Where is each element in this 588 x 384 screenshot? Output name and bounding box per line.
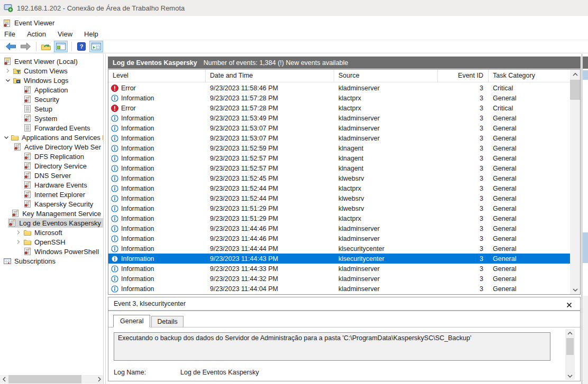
event-row[interactable]: Information9/23/2023 11:44:46 PMkladmins… (108, 233, 570, 243)
tab-general[interactable]: General (113, 315, 150, 327)
sidebar-item-subscriptions[interactable]: Subscriptions (0, 256, 103, 266)
help-icon[interactable]: ? (75, 41, 88, 52)
menu-help[interactable]: Help (78, 30, 104, 39)
tree-node[interactable]: Applications and Services Lo (11, 133, 104, 142)
sidebar-item-internet-explorer[interactable]: Internet Explorer (0, 190, 103, 199)
sidebar-item-applications-and-services-lo[interactable]: Applications and Services Lo (0, 133, 103, 142)
event-row[interactable]: Information9/23/2023 11:44:46 PMkladmins… (108, 223, 570, 233)
tree-node[interactable]: System (23, 114, 59, 123)
column-header-event-id[interactable]: Event ID (438, 70, 489, 82)
event-row[interactable]: Information9/23/2023 11:52:45 PMklwebsrv… (108, 173, 570, 183)
chevron-right-icon[interactable] (3, 67, 13, 75)
event-row[interactable]: Information9/23/2023 11:52:57 PMklnagent… (108, 153, 570, 163)
event-row[interactable]: Information9/23/2023 11:52:44 PMklwebsrv… (108, 193, 570, 203)
chevron-right-icon[interactable] (14, 228, 23, 237)
chevron-down-icon[interactable] (2, 133, 11, 142)
column-header-task-category[interactable]: Task Category (489, 70, 570, 82)
event-row[interactable]: Information9/23/2023 11:53:49 PMkladmins… (108, 113, 570, 123)
scroll-down-icon[interactable] (570, 285, 580, 294)
column-header-level[interactable]: Level (108, 70, 206, 82)
event-row[interactable]: Error9/23/2023 11:57:28 PMklactprx3Criti… (108, 103, 570, 113)
tree-node[interactable]: Hardware Events (23, 180, 89, 190)
tree-node[interactable]: Event Viewer (Local) (3, 57, 80, 66)
event-row[interactable]: Information9/23/2023 11:52:44 PMklactprx… (108, 183, 570, 193)
tree-node[interactable]: DNS Server (23, 171, 73, 180)
tree-node[interactable]: DFS Replication (23, 152, 86, 161)
sidebar-item-dfs-replication[interactable]: DFS Replication (0, 152, 103, 161)
sidebar-item-windows-powershell[interactable]: Windows PowerShell (0, 247, 103, 256)
sidebar-item-system[interactable]: System (0, 114, 103, 123)
sidebar-item-event-viewer-local[interactable]: Event Viewer (Local) (0, 57, 103, 66)
menu-action[interactable]: Action (21, 30, 52, 39)
column-header-source[interactable]: Source (334, 70, 438, 82)
event-row[interactable]: Information9/23/2023 11:53:07 PMkladmins… (108, 123, 570, 133)
event-list-vertical-scrollbar[interactable] (570, 70, 580, 294)
sidebar-item-log-de-eventos-kaspersky[interactable]: Log de Eventos Kaspersky (0, 218, 103, 228)
scroll-right-icon[interactable] (95, 375, 103, 383)
tree-node[interactable]: Internet Explorer (23, 190, 87, 199)
chevron-right-icon[interactable] (14, 238, 23, 246)
event-row[interactable]: Information9/23/2023 11:53:07 PMkladmins… (108, 133, 570, 143)
sidebar-item-application[interactable]: Application (0, 85, 103, 95)
menu-view[interactable]: View (52, 30, 78, 39)
event-message-box[interactable]: Executando o backup dos dados do Servido… (114, 332, 550, 361)
event-row[interactable]: Information9/23/2023 11:44:33 PMkladmins… (108, 264, 570, 274)
detail-vertical-scrollbar[interactable] (565, 329, 575, 380)
sidebar-item-custom-views[interactable]: Custom Views (0, 66, 103, 76)
column-header-date-time[interactable]: Date and Time (206, 70, 334, 82)
scroll-up-icon[interactable] (565, 329, 575, 337)
tree-node[interactable]: Subscriptions (3, 256, 58, 266)
sidebar-item-openssh[interactable]: OpenSSH (0, 237, 103, 247)
tree-node[interactable]: Directory Service (23, 161, 89, 171)
event-row[interactable]: Information9/23/2023 11:44:04 PMkladmins… (108, 284, 570, 294)
forward-icon[interactable] (19, 41, 32, 52)
detail-scrollbar-thumb[interactable] (566, 338, 574, 355)
event-row[interactable]: Information9/23/2023 11:57:28 PMklactprx… (108, 93, 570, 103)
scroll-down-icon[interactable] (565, 372, 575, 380)
event-row[interactable]: Error9/23/2023 11:58:46 PMkladminserver3… (108, 83, 570, 93)
tree-node[interactable]: Setup (23, 104, 54, 114)
tree-node[interactable]: Application (23, 85, 70, 95)
menu-file[interactable]: File (0, 30, 21, 39)
event-row[interactable]: Information9/23/2023 11:44:44 PMklsecuri… (108, 243, 570, 254)
event-row[interactable]: Information9/23/2023 11:51:29 PMklwebsrv… (108, 203, 570, 213)
tree-node[interactable]: Log de Eventos Kaspersky (8, 218, 103, 228)
event-row[interactable]: Information9/23/2023 11:52:57 PMklnagent… (108, 163, 570, 173)
sidebar-item-dns-server[interactable]: DNS Server (0, 171, 103, 180)
action-pane-toggle-icon[interactable] (89, 41, 103, 52)
event-list-scrollbar-thumb[interactable] (570, 80, 580, 100)
sidebar-item-security[interactable]: Security (0, 95, 103, 104)
event-row[interactable]: Information9/23/2023 11:44:43 PMklsecuri… (108, 254, 570, 264)
sidebar-item-directory-service[interactable]: Directory Service (0, 161, 103, 171)
sidebar-item-forwarded-events[interactable]: Forwarded Events (0, 123, 103, 133)
tree-node[interactable]: Windows PowerShell (23, 247, 101, 256)
back-icon[interactable] (4, 41, 17, 52)
tree-horizontal-scrollbar[interactable] (0, 375, 103, 383)
pane-splitter[interactable] (105, 54, 106, 384)
sidebar-item-kaspersky-security[interactable]: Kaspersky Security (0, 199, 103, 209)
close-icon[interactable] (565, 301, 573, 309)
tree-node[interactable]: Microsoft (23, 228, 65, 237)
sidebar-item-hardware-events[interactable]: Hardware Events (0, 180, 103, 190)
tab-details[interactable]: Details (151, 316, 183, 327)
event-row[interactable]: Information9/23/2023 11:51:29 PMklactprx… (108, 213, 570, 223)
tree-node[interactable]: Windows Logs (13, 76, 71, 85)
sidebar-item-microsoft[interactable]: Microsoft (0, 228, 103, 237)
event-row[interactable]: Information9/23/2023 11:52:59 PMklnagent… (108, 143, 570, 153)
sidebar-item-setup[interactable]: Setup (0, 104, 103, 114)
chevron-down-icon[interactable] (3, 76, 13, 85)
console-tree-toggle-icon[interactable] (54, 41, 68, 52)
export-log-icon[interactable] (39, 41, 53, 52)
sidebar-item-active-directory-web-ser[interactable]: Active Directory Web Ser (0, 142, 103, 152)
tree-node[interactable]: Forwarded Events (23, 123, 93, 133)
tree-node[interactable]: OpenSSH (23, 237, 68, 247)
tree-node[interactable]: Kaspersky Security (23, 199, 95, 209)
tree-node[interactable]: Key Management Service (11, 209, 103, 218)
tree-node[interactable]: Custom Views (13, 66, 70, 76)
sidebar-item-key-management-service[interactable]: Key Management Service (0, 209, 103, 218)
sidebar-item-windows-logs[interactable]: Windows Logs (0, 76, 103, 85)
tree-node[interactable]: Security (23, 95, 61, 104)
scroll-left-icon[interactable] (0, 375, 8, 383)
tree-node[interactable]: Active Directory Web Ser (13, 142, 103, 152)
event-row[interactable]: Information9/23/2023 11:44:32 PMkladmins… (108, 274, 570, 284)
